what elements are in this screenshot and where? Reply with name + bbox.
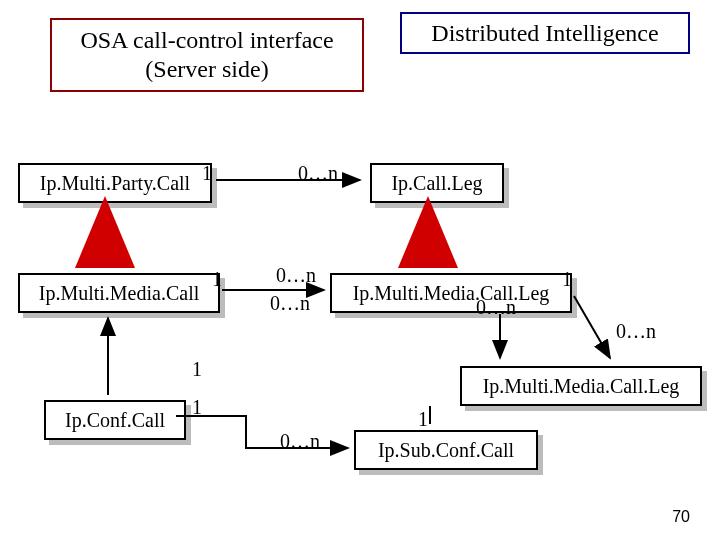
mult-mmcl-zn-bot: 0…n [270,292,310,315]
class-ip-call-leg: Ip.Call.Leg [370,163,504,203]
mult-subconf-one: 1 [418,408,428,431]
mult-conf-right-one: 1 [192,396,202,419]
arrow-conf-subconf [176,416,348,448]
class-ip-multimedia-call-leg-2: Ip.Multi.Media.Call.Leg [460,366,702,406]
title-left-line1: OSA call-control interface [80,26,333,55]
mult-conf-up-one: 1 [192,358,202,381]
mult-mmcl2-zn: 0…n [616,320,656,343]
arrow-mmcl-diag [574,296,610,358]
mult-calleg-zn: 0…n [298,162,338,185]
title-right: Distributed Intelligence [400,12,690,54]
title-left-line2: (Server side) [145,55,268,84]
mult-mmcl-down-zn: 0…n [476,296,516,319]
class-ip-sub-conf-call: Ip.Sub.Conf.Call [354,430,538,470]
mult-subconf-zn: 0…n [280,430,320,453]
class-ip-conf-call: Ip.Conf.Call [44,400,186,440]
mult-mmcl-zn-top: 0…n [276,264,316,287]
class-ip-multimedia-call-leg: Ip.Multi.Media.Call.Leg [330,273,572,313]
class-ip-multiparty-call: Ip.Multi.Party.Call [18,163,212,203]
page-number: 70 [672,508,690,526]
mult-mmc-one: 1 [212,268,222,291]
title-left: OSA call-control interface (Server side) [50,18,364,92]
mult-mmcl-one: 1 [562,268,572,291]
mult-mpc-one: 1 [202,162,212,185]
class-ip-multimedia-call: Ip.Multi.Media.Call [18,273,220,313]
